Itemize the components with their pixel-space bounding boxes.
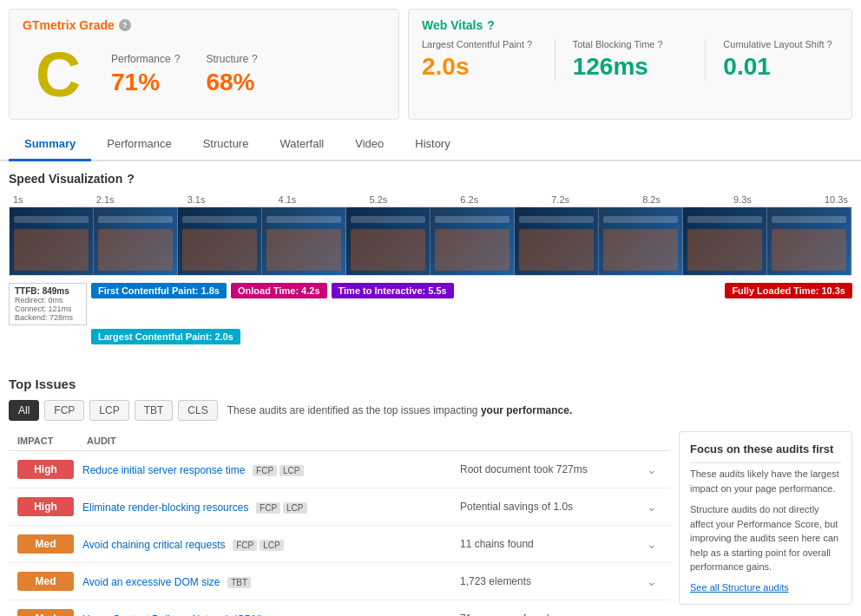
- timeline-labels: 1s 2.1s 3.1s 4.1s 5.2s 6.2s 7.2s 8.2s 9.…: [9, 194, 852, 205]
- marker-row-2: Largest Contentful Paint: 2.0s: [91, 329, 852, 344]
- issues-table: IMPACT AUDIT High Reduce initial server …: [9, 431, 670, 616]
- grade-card: GTmetrix Grade ? C Performance ? 71% Str…: [9, 9, 399, 120]
- table-row: High Eliminate render-blocking resources…: [9, 488, 670, 526]
- col-impact-header: IMPACT: [17, 436, 87, 446]
- tab-structure[interactable]: Structure: [187, 128, 265, 161]
- lcp-vital: Largest Contentful Paint ? 2.0s: [422, 39, 537, 81]
- issues-title: Top Issues: [9, 377, 852, 391]
- structure-metric: Structure ? 68%: [206, 53, 257, 96]
- cls-label: Cumulative Layout Shift ?: [723, 39, 838, 49]
- ttfb-redirect: Redirect: 0ms: [15, 296, 81, 305]
- fcp-marker: First Contentful Paint: 1.8s: [91, 283, 227, 298]
- filter-fcp[interactable]: FCP: [44, 400, 84, 421]
- table-row: Med Use a Content Delivery Network (CDN)…: [9, 600, 670, 616]
- table-header: IMPACT AUDIT: [9, 431, 670, 451]
- timeline-markers: TTFB: 849ms Redirect: 0ms Connect: 121ms…: [9, 283, 852, 344]
- audit-tags-2: FCP LCP: [256, 502, 306, 514]
- filter-cls[interactable]: CLS: [178, 400, 217, 421]
- performance-metric: Performance ? 71%: [111, 53, 180, 96]
- col-audit-header: AUDIT: [87, 436, 661, 446]
- focus-title: Focus on these audits first: [690, 442, 841, 455]
- screenshot-4: [262, 207, 346, 275]
- tti-marker: Time to Interactive: 5.5s: [332, 283, 454, 298]
- grade-metrics: Performance ? 71% Structure ? 68%: [111, 53, 258, 96]
- filter-all[interactable]: All: [9, 400, 39, 421]
- audit-name-1[interactable]: Reduce initial server response time: [82, 464, 245, 476]
- lcp-label: Largest Contentful Paint ?: [422, 39, 537, 49]
- ttfb-title: TTFB: 849ms: [15, 286, 81, 296]
- focus-link[interactable]: See all Structure audits: [690, 582, 789, 593]
- audit-expand-2[interactable]: ⌄: [642, 500, 661, 514]
- structure-info-icon[interactable]: ?: [252, 53, 258, 65]
- screenshot-3: [178, 207, 262, 275]
- tab-waterfall[interactable]: Waterfall: [264, 128, 339, 161]
- audit-info-2: Eliminate render-blocking resources FCP …: [82, 501, 451, 514]
- audit-name-2[interactable]: Eliminate render-blocking resources: [82, 501, 248, 514]
- vital-divider-2: [705, 39, 706, 81]
- grade-content: C Performance ? 71% Structure ? 68%: [23, 39, 385, 110]
- vitals-content: Largest Contentful Paint ? 2.0s Total Bl…: [422, 39, 838, 81]
- vitals-info-icon[interactable]: ?: [487, 18, 495, 32]
- tabs-section: Summary Performance Structure Waterfall …: [0, 128, 861, 161]
- audit-expand-3[interactable]: ⌄: [642, 537, 661, 551]
- tab-video[interactable]: Video: [339, 128, 399, 161]
- ttfb-connect: Connect: 121ms: [15, 305, 81, 313]
- tbt-vital: Total Blocking Time ? 126ms: [573, 39, 688, 81]
- audit-name-5[interactable]: Use a Content Delivery Network (CDN): [82, 613, 263, 617]
- timeline-bar: [9, 206, 852, 276]
- audit-name-4[interactable]: Avoid an excessive DOM size: [82, 576, 220, 588]
- audit-expand-1[interactable]: ⌄: [642, 462, 661, 476]
- tbt-value: 126ms: [573, 53, 688, 81]
- audit-detail-3: 11 chains found: [460, 538, 634, 550]
- ttfb-block: TTFB: 849ms Redirect: 0ms Connect: 121ms…: [9, 283, 87, 325]
- audit-tags-3: FCP LCP: [233, 540, 283, 551]
- tag-fcp-1: FCP: [253, 465, 277, 476]
- tbt-info-icon[interactable]: ?: [657, 39, 662, 49]
- vitals-title: Web Vitals ?: [422, 18, 838, 32]
- performance-value: 71%: [111, 69, 180, 96]
- grade-title-text: GTmetrix Grade: [23, 18, 115, 32]
- cls-value: 0.01: [723, 53, 838, 81]
- lcp-value: 2.0s: [422, 53, 537, 81]
- speed-section: Speed Visualization ? 1s 2.1s 3.1s 4.1s …: [0, 161, 861, 372]
- filter-tbt[interactable]: TBT: [135, 400, 174, 421]
- audit-detail-1: Root document took 727ms: [460, 463, 634, 475]
- filter-lcp[interactable]: LCP: [89, 400, 128, 421]
- audit-detail-2: Potential savings of 1.0s: [460, 501, 634, 513]
- table-row: Med Avoid an excessive DOM size TBT 1,72…: [9, 563, 670, 600]
- ttfb-backend: Backend: 728ms: [15, 313, 81, 322]
- tab-history[interactable]: History: [399, 128, 465, 161]
- lcp-info-icon[interactable]: ?: [527, 39, 532, 49]
- tag-lcp-2: LCP: [283, 502, 306, 514]
- speed-info-icon[interactable]: ?: [127, 172, 135, 186]
- grade-info-icon[interactable]: ?: [119, 19, 131, 31]
- tbt-label: Total Blocking Time ?: [573, 39, 688, 49]
- vitals-card: Web Vitals ? Largest Contentful Paint ? …: [408, 9, 852, 120]
- tag-tbt-4: TBT: [227, 577, 251, 588]
- tab-summary[interactable]: Summary: [9, 128, 91, 161]
- audit-info-5: Use a Content Delivery Network (CDN): [82, 613, 451, 617]
- impact-badge-4: Med: [17, 572, 74, 591]
- tag-fcp-2: FCP: [256, 502, 280, 514]
- fully-loaded-marker: Fully Loaded Time: 10.3s: [725, 283, 852, 298]
- audit-expand-5[interactable]: ⌄: [642, 612, 661, 616]
- tag-lcp-3: LCP: [260, 540, 283, 551]
- issues-container: IMPACT AUDIT High Reduce initial server …: [9, 431, 852, 616]
- performance-info-icon[interactable]: ?: [174, 53, 181, 65]
- focus-panel: Focus on these audits first These audits…: [679, 431, 852, 605]
- tag-lcp-1: LCP: [279, 465, 303, 476]
- audit-name-3[interactable]: Avoid chaining critical requests: [82, 539, 226, 551]
- impact-badge-3: Med: [17, 534, 74, 554]
- impact-badge-2: High: [17, 497, 74, 516]
- grade-title: GTmetrix Grade ?: [23, 18, 385, 32]
- screenshot-2: [94, 207, 178, 275]
- filter-desc: These audits are identified as the top i…: [227, 404, 573, 416]
- cls-info-icon[interactable]: ?: [827, 39, 832, 49]
- audit-tags-1: FCP LCP: [253, 465, 303, 476]
- audit-expand-4[interactable]: ⌄: [642, 574, 661, 588]
- tab-performance[interactable]: Performance: [91, 128, 187, 161]
- audit-info-4: Avoid an excessive DOM size TBT: [82, 575, 451, 588]
- impact-badge-1: High: [17, 460, 74, 479]
- screenshot-8: [599, 207, 683, 275]
- focus-text-2: Structure audits do not directly affect …: [690, 502, 841, 574]
